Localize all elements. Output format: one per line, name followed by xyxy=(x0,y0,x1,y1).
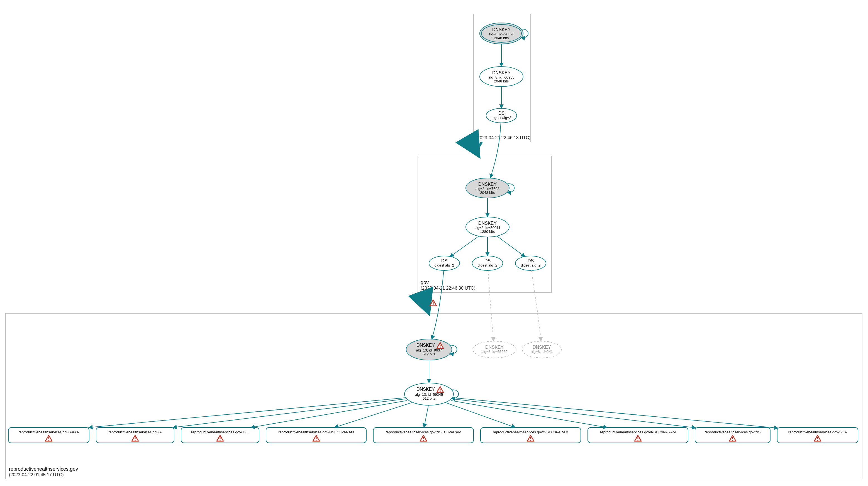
edge-root-to-gov-delegation xyxy=(478,142,482,157)
edge-gov-ds3-rhs-dk3 xyxy=(531,270,541,341)
edge-zsk-aaaa xyxy=(89,398,405,427)
edge-zsk-n2 xyxy=(424,405,428,427)
node-rhs-dk2-title: DNSKEY xyxy=(485,345,504,350)
node-gov-zsk-title: DNSKEY xyxy=(478,221,497,226)
node-rhs-dk3-title: DNSKEY xyxy=(533,345,551,350)
edge-zsk-n3 xyxy=(445,402,515,427)
edge-gov-zsk-ds3 xyxy=(497,236,525,257)
node-rr-nsec3param-3: reproductivehealthservices.gov/NSEC3PARA… xyxy=(480,427,581,443)
node-gov-zsk-line2: alg=8, id=50011 xyxy=(474,226,500,230)
node-gov-ds2-line2: digest alg=2 xyxy=(478,263,497,267)
node-root-ksk-title: DNSKEY xyxy=(492,27,510,32)
node-root-zsk-line2: alg=8, id=60955 xyxy=(488,75,514,79)
node-gov-ds1-title: DS xyxy=(441,258,447,263)
node-root-ds-title: DS xyxy=(498,111,504,116)
edge-gov-ds2-rhs-dk2 xyxy=(488,270,494,341)
node-rr-nsec3param-2: reproductivehealthservices.gov/NSEC3PARA… xyxy=(373,427,473,443)
node-rhs-dk3-line2: alg=8, id=241 xyxy=(531,350,553,354)
zone-rhs-timestamp: (2023-04-22 01:45:17 UTC) xyxy=(9,472,64,477)
zone-root-label: . xyxy=(476,129,477,135)
node-rr-soa-title: reproductivehealthservices.gov/SOA xyxy=(788,430,847,434)
node-root-zsk-title: DNSKEY xyxy=(492,70,510,75)
node-root-ksk-line2: alg=8, id=20326 xyxy=(488,32,514,36)
node-root-ksk: DNSKEY alg=8, id=20326 2048 bits xyxy=(480,23,523,44)
node-rr-txt-title: reproductivehealthservices.gov/TXT xyxy=(191,430,249,434)
node-rhs-ksk-title: DNSKEY xyxy=(416,343,435,348)
node-rr-n4-title: reproductivehealthservices.gov/NSEC3PARA… xyxy=(600,430,676,434)
node-rhs-ksk: DNSKEY alg=13, id=9637 512 bits xyxy=(406,339,452,360)
node-rr-soa: reproductivehealthservices.gov/SOA xyxy=(777,427,858,443)
node-rr-n1-title: reproductivehealthservices.gov/NSEC3PARA… xyxy=(278,430,354,434)
node-gov-ksk-line3: 2048 bits xyxy=(480,191,495,195)
node-rhs-zsk-title: DNSKEY xyxy=(416,387,435,392)
node-gov-ksk: DNSKEY alg=8, id=7698 2048 bits xyxy=(466,178,509,198)
node-gov-ksk-line2: alg=8, id=7698 xyxy=(475,187,499,191)
zone-root-timestamp: (2023-04-21 22:46:18 UTC) xyxy=(476,135,531,140)
node-gov-ds3-title: DS xyxy=(528,258,534,263)
node-rr-a: reproductivehealthservices.gov/A xyxy=(96,427,174,443)
edge-root-ds-gov-ksk xyxy=(490,123,501,178)
node-gov-ds3: DS digest alg=2 xyxy=(515,256,546,270)
edge-zsk-soa xyxy=(453,398,778,428)
node-rhs-ksk-line3: 512 bits xyxy=(423,352,435,356)
node-rhs-zsk: DNSKEY alg=13, id=59345 512 bits xyxy=(404,383,454,405)
node-gov-ds3-line2: digest alg=2 xyxy=(521,263,540,267)
node-rr-nsec3param-1: reproductivehealthservices.gov/NSEC3PARA… xyxy=(266,427,366,443)
node-rr-n3-title: reproductivehealthservices.gov/NSEC3PARA… xyxy=(493,430,568,434)
node-gov-ds2-title: DS xyxy=(485,258,491,263)
node-rhs-zsk-line2: alg=13, id=59345 xyxy=(415,392,443,397)
edge-zsk-ns xyxy=(452,399,696,428)
node-gov-zsk: DNSKEY alg=8, id=50011 1280 bits xyxy=(466,217,509,237)
node-rr-aaaa-title: reproductivehealthservices.gov/AAAA xyxy=(19,430,79,434)
node-root-zsk: DNSKEY alg=8, id=60955 2048 bits xyxy=(480,67,523,87)
node-rhs-dnskey-241: DNSKEY alg=8, id=241 xyxy=(522,341,561,358)
node-root-ds-line2: digest alg=2 xyxy=(492,116,511,120)
node-root-ds: DS digest alg=2 xyxy=(486,108,517,123)
node-rhs-ksk-line2: alg=13, id=9637 xyxy=(416,348,442,352)
node-root-zsk-line3: 2048 bits xyxy=(494,79,509,83)
edge-zsk-txt xyxy=(251,400,407,427)
edge-zsk-a xyxy=(173,399,406,427)
edge-zsk-n4 xyxy=(451,400,607,427)
node-rr-txt: reproductivehealthservices.gov/TXT xyxy=(181,427,259,443)
zone-gov-label: gov xyxy=(421,280,429,285)
node-rr-a-title: reproductivehealthservices.gov/A xyxy=(108,430,162,434)
node-gov-ds2: DS digest alg=2 xyxy=(472,256,503,270)
node-rr-n2-title: reproductivehealthservices.gov/NSEC3PARA… xyxy=(385,430,461,434)
zone-rhs-label: reproductivehealthservices.gov xyxy=(9,466,78,472)
node-gov-zsk-line3: 1280 bits xyxy=(480,229,495,234)
node-gov-ksk-title: DNSKEY xyxy=(478,182,497,187)
node-rhs-dk2-line2: alg=8, id=65260 xyxy=(482,350,507,354)
zone-gov-timestamp: (2023-04-21 22:46:30 UTC) xyxy=(421,286,475,290)
node-rr-ns-title: reproductivehealthservices.gov/NS xyxy=(705,430,761,434)
node-rr-ns: reproductivehealthservices.gov/NS xyxy=(695,427,770,443)
node-root-ksk-line3: 2048 bits xyxy=(494,36,509,40)
node-rhs-dnskey-65260: DNSKEY alg=8, id=65260 xyxy=(473,341,516,358)
node-rr-aaaa: reproductivehealthservices.gov/AAAA xyxy=(8,427,89,443)
node-rhs-zsk-line3: 512 bits xyxy=(423,396,435,400)
node-gov-ds1-line2: digest alg=2 xyxy=(435,263,454,267)
edge-gov-to-rhs-delegation xyxy=(427,292,429,314)
node-gov-ds1: DS digest alg=2 xyxy=(429,256,460,270)
edge-gov-zsk-ds1 xyxy=(450,236,479,257)
node-rr-nsec3param-4: reproductivehealthservices.gov/NSEC3PARA… xyxy=(588,427,688,443)
warning-icon xyxy=(430,300,436,306)
